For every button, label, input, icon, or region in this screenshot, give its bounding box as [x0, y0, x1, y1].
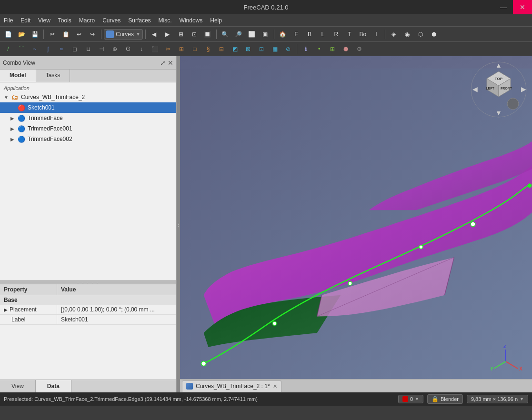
menu-macro[interactable]: Macro	[75, 15, 99, 26]
menu-help[interactable]: Help	[206, 15, 226, 26]
ctrl-pt-4[interactable]	[471, 222, 475, 227]
tb-save[interactable]: 💾	[29, 28, 41, 40]
tb-draw-style[interactable]: ◈	[388, 28, 400, 40]
ctrl-pt-3[interactable]	[419, 245, 423, 249]
menu-misc[interactable]: Misc.	[155, 15, 176, 26]
tb-sweep[interactable]: ⊠	[242, 43, 254, 55]
root-expand-icon[interactable]: ▼	[4, 95, 10, 100]
tree-item-trimmedface[interactable]: ▶ 🔵 TrimmedFace	[0, 113, 176, 123]
tb-blend[interactable]: ≈	[55, 43, 68, 55]
tb-new[interactable]: 📄	[2, 28, 14, 40]
tb-param[interactable]: ⊞	[326, 43, 339, 55]
placement-expand-arrow[interactable]: ▶	[4, 307, 8, 312]
panel-splitter[interactable]: - - - - -	[0, 280, 176, 284]
tab-model[interactable]: Model	[0, 70, 36, 82]
tb-undo[interactable]: ↩	[73, 28, 85, 40]
tb-view-top[interactable]: ▣	[259, 28, 271, 40]
nav-sphere[interactable]	[507, 98, 519, 110]
tb-line[interactable]: /	[2, 43, 14, 55]
viewport-tab-main[interactable]: Curves_WB_TrimFace_2 : 1* ✕	[182, 380, 281, 392]
props-row-placement[interactable]: ▶ Placement [(0,00 0,00 1,00); 0,00 °; (…	[0, 305, 176, 315]
menu-windows[interactable]: Windows	[176, 15, 207, 26]
minimize-button[interactable]: —	[494, 0, 513, 14]
tb-front[interactable]: F	[290, 28, 302, 40]
trimmedface-expand[interactable]: ▶	[10, 116, 17, 121]
combo-expand-btn[interactable]: ⤢	[160, 59, 166, 67]
tb-view-3d[interactable]: ⬜	[246, 28, 258, 40]
dropdown-arrow-vp[interactable]: ▼	[520, 397, 524, 401]
tree-item-trimmedface001[interactable]: ▶ 🔵 TrimmedFace001	[0, 123, 176, 134]
trimmedface001-expand[interactable]: ▶	[10, 126, 17, 131]
tb-interpolate[interactable]: ∫	[42, 43, 54, 55]
vp-tab-close-btn[interactable]: ✕	[273, 383, 277, 390]
props-row-label[interactable]: Label Sketch001	[0, 315, 176, 325]
dropdown-arrow-error[interactable]: ▼	[415, 397, 419, 401]
bottom-tab-view[interactable]: View	[0, 380, 36, 392]
tb-arc[interactable]: ⌒	[15, 43, 28, 55]
tb-zoom-in[interactable]: 🔍	[219, 28, 231, 40]
tb-gordon[interactable]: ⊡	[255, 43, 268, 55]
tb-sel-mode[interactable]: ⬢	[428, 28, 440, 40]
tb-view-fit[interactable]: ⊞	[175, 28, 187, 40]
tb-shading[interactable]: ◉	[401, 28, 413, 40]
bottom-tab-data[interactable]: Data	[36, 380, 71, 392]
tree-item-sketch001[interactable]: 🔴 Sketch001	[0, 102, 176, 113]
tb-view-sel[interactable]: ⊡	[188, 28, 201, 40]
tb-patch[interactable]: □	[189, 43, 201, 55]
menu-view[interactable]: View	[34, 15, 54, 26]
tb-fill[interactable]: ⬛	[149, 43, 161, 55]
tree-root-item[interactable]: ▼ 🗂 Curves_WB_TrimFace_2	[0, 92, 176, 102]
nav-arrow-up[interactable]: ▲	[495, 61, 502, 69]
tb-info[interactable]: ℹ	[300, 43, 312, 55]
tb-right[interactable]: R	[330, 28, 342, 40]
ctrl-pt-2[interactable]	[348, 281, 352, 285]
tb-loft[interactable]: ◩	[229, 43, 241, 55]
tb-comb[interactable]: ⊔	[82, 43, 94, 55]
tb-sketch-c[interactable]: ◻	[69, 43, 81, 55]
menu-tools[interactable]: Tools	[54, 15, 75, 26]
nav-arrow-down[interactable]: ▼	[495, 109, 502, 117]
tb-view-back[interactable]: ◀	[148, 28, 161, 40]
ctrl-pt-1[interactable]	[272, 321, 276, 325]
tb-trim[interactable]: ✂	[162, 43, 174, 55]
tb-ruled[interactable]: ▦	[269, 43, 281, 55]
tb-revolve[interactable]: ⊘	[282, 43, 294, 55]
tb-view-fwd[interactable]: ▶	[161, 28, 174, 40]
ctrl-pt-0[interactable]	[201, 361, 206, 366]
tb-cut[interactable]: ✂	[46, 28, 59, 40]
tb-point-on[interactable]: •	[313, 43, 325, 55]
menu-edit[interactable]: Edit	[17, 15, 34, 26]
tb-open[interactable]: 📂	[15, 28, 28, 40]
tb-cad-mode[interactable]: ⬣	[340, 43, 352, 55]
menu-file[interactable]: File	[0, 15, 17, 26]
tb-view-std[interactable]: 🔲	[201, 28, 214, 40]
menu-curves[interactable]: Curves	[99, 15, 124, 26]
trimmedface002-expand[interactable]: ▶	[10, 137, 17, 142]
error-count-badge[interactable]: 0 ▼	[398, 395, 423, 403]
tb-iso[interactable]: I	[370, 28, 382, 40]
tb-debug[interactable]: ⚙	[353, 43, 365, 55]
tb-section[interactable]: §	[202, 43, 214, 55]
tb-g2cont[interactable]: G	[122, 43, 134, 55]
menu-surfaces[interactable]: Surfaces	[124, 15, 154, 26]
renderer-badge[interactable]: 🔒 Blender	[427, 394, 463, 404]
tab-tasks[interactable]: Tasks	[36, 70, 70, 82]
tb-copy[interactable]: 📋	[60, 28, 72, 40]
tb-offset-surf[interactable]: ⊟	[215, 43, 228, 55]
tb-home[interactable]: 🏠	[277, 28, 289, 40]
tb-back[interactable]: B	[303, 28, 316, 40]
ctrl-pt-end[interactable]	[528, 184, 532, 188]
tb-split[interactable]: ⊞	[175, 43, 188, 55]
tb-wire[interactable]: ⬡	[414, 28, 427, 40]
tree-item-trimmedface002[interactable]: ▶ 🔵 TrimmedFace002	[0, 134, 176, 144]
tb-bottom[interactable]: Bo	[357, 28, 369, 40]
tb-extend[interactable]: ⊣	[95, 43, 108, 55]
tb-top[interactable]: T	[343, 28, 356, 40]
nav-arrow-left[interactable]: ◀	[472, 85, 478, 93]
tb-redo[interactable]: ↪	[86, 28, 99, 40]
viewport-3d[interactable]: ▲ ▼ ◀ ▶ TOP LEFT FRONT	[180, 56, 532, 392]
tb-join[interactable]: ⊕	[109, 43, 121, 55]
nav-arrow-right[interactable]: ▶	[521, 85, 526, 93]
tb-zoom-out[interactable]: 🔎	[232, 28, 245, 40]
combo-close-btn[interactable]: ✕	[168, 59, 173, 67]
